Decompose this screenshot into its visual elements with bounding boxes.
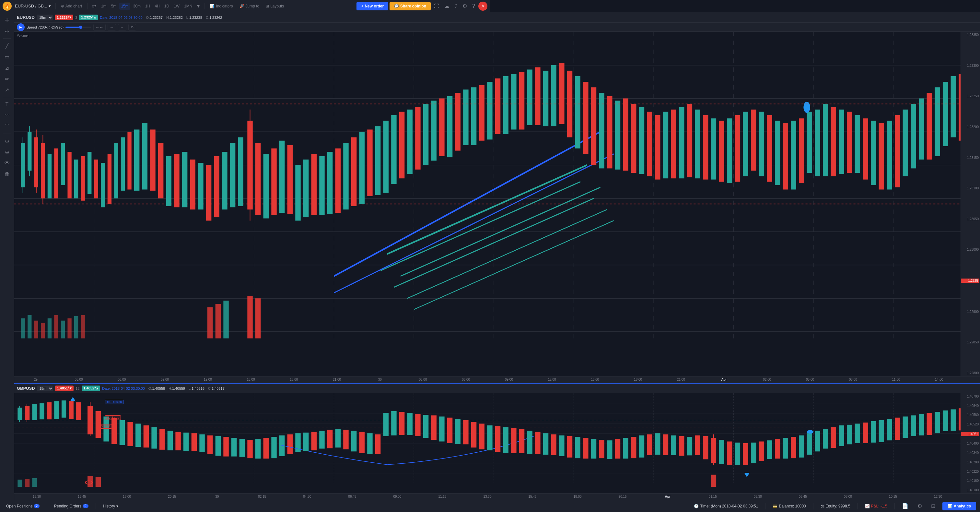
- svg-rect-41: [74, 160, 78, 198]
- svg-rect-44: [94, 160, 98, 198]
- speed-label: Speed 7200x (~2h/sec): [27, 25, 64, 29]
- new-order-button[interactable]: + New order: [356, 2, 388, 10]
- help-button[interactable]: ?: [470, 2, 477, 10]
- svg-rect-88: [431, 100, 436, 161]
- svg-rect-91: [455, 93, 460, 150]
- svg-rect-89: [439, 99, 444, 156]
- nav-back[interactable]: ←: [108, 24, 116, 30]
- svg-rect-42: [81, 156, 85, 201]
- line-tool[interactable]: ╱: [2, 40, 12, 51]
- svg-rect-66: [255, 143, 261, 215]
- separator-1: [56, 3, 56, 10]
- svg-rect-58: [198, 163, 203, 209]
- tf-5m[interactable]: 5m: [110, 3, 118, 10]
- eurusd-chart-container: EURUSD 15m 1.2326² ▾ 3 1.2325⁵ ▴ Date: 2…: [14, 12, 490, 256]
- speed-slider[interactable]: [65, 27, 91, 28]
- logo-button[interactable]: 🔥: [3, 2, 12, 11]
- left-toolbar: ✛ ⊹ ╱ ▭ ⊿ ✏ ↗ T 〰 ⌒ ⊙ ⊕ 👁 🗑: [0, 12, 14, 256]
- tf-1mn[interactable]: 1MN: [183, 3, 194, 10]
- tf-30m[interactable]: 30m: [132, 3, 142, 10]
- indicators-icon: 📊: [210, 4, 215, 8]
- svg-rect-51: [142, 123, 148, 190]
- add-chart-button[interactable]: ⊕ Add chart: [58, 3, 84, 10]
- svg-rect-90: [447, 96, 452, 157]
- eurusd-canvas[interactable]: Volumen: [14, 32, 490, 256]
- trash-tool[interactable]: 🗑: [2, 169, 12, 179]
- cursor-tool[interactable]: ✛: [2, 15, 12, 25]
- crosshair-tool[interactable]: ⊹: [2, 26, 12, 36]
- tool-separator-3: [3, 134, 11, 134]
- jump-to-button[interactable]: 🚀 Jump to: [237, 3, 262, 10]
- replay-controls: ▶ Speed 7200x (~2h/sec) ←← ← → ↺: [14, 23, 490, 32]
- tf-1d[interactable]: 1D: [163, 3, 171, 10]
- nav-back-far[interactable]: ←←: [93, 24, 106, 30]
- svg-rect-77: [343, 143, 348, 210]
- svg-rect-81: [375, 126, 380, 195]
- symbol-selector[interactable]: EUR-USD / GB... ▾: [13, 2, 53, 10]
- share-button[interactable]: ⤴: [453, 2, 459, 10]
- svg-line-23: [394, 198, 490, 256]
- tf-15m[interactable]: 15m: [119, 3, 130, 10]
- compare-button[interactable]: ⇄: [90, 2, 98, 10]
- svg-rect-80: [367, 129, 372, 196]
- svg-line-24: [407, 209, 490, 256]
- arrow-tool[interactable]: ↗: [2, 85, 12, 95]
- share-opinion-button[interactable]: 💬 Share opinion: [390, 2, 431, 10]
- pencil-tool[interactable]: ✏: [2, 73, 12, 84]
- brush-tool[interactable]: 〰: [2, 110, 12, 121]
- nav-forward[interactable]: →: [118, 24, 126, 30]
- rect-tool[interactable]: ▭: [2, 51, 12, 62]
- svg-rect-94: [479, 85, 485, 140]
- svg-rect-84: [399, 112, 404, 179]
- settings-button[interactable]: ⚙: [460, 2, 469, 10]
- svg-rect-85: [407, 110, 412, 174]
- svg-rect-48: [121, 137, 125, 190]
- svg-rect-50: [134, 129, 139, 190]
- eurusd-timeframe-select[interactable]: 15m: [37, 14, 53, 21]
- svg-rect-78: [351, 137, 356, 206]
- indicators-button[interactable]: 📊 Indicators: [207, 3, 235, 10]
- tf-1h[interactable]: 1H: [143, 3, 152, 10]
- svg-rect-73: [312, 154, 317, 215]
- text-tool[interactable]: T: [2, 99, 12, 110]
- tf-4h[interactable]: 4H: [153, 3, 161, 10]
- svg-rect-68: [271, 148, 277, 215]
- cloud-button[interactable]: ☁: [442, 2, 452, 10]
- share-opinion-icon: 💬: [394, 4, 399, 8]
- svg-rect-56: [182, 152, 187, 207]
- svg-rect-37: [48, 154, 51, 198]
- layouts-button[interactable]: ⊞ Layouts: [263, 3, 286, 10]
- magnet-tool[interactable]: ⊕: [2, 147, 12, 157]
- top-toolbar: 🔥 EUR-USD / GB... ▾ ⊕ Add chart ⇄ 1m 5m …: [0, 0, 490, 12]
- svg-rect-59: [206, 165, 211, 220]
- eurusd-ohlc: Date: 2018-04-02 03:30:00 O:1.23267 H:1.…: [100, 16, 225, 19]
- eurusd-chart-body[interactable]: Volumen: [14, 32, 490, 256]
- svg-rect-93: [471, 87, 476, 145]
- play-button[interactable]: ▶: [17, 23, 25, 31]
- tf-1w[interactable]: 1W: [172, 3, 181, 10]
- tf-more-icon[interactable]: ▾: [195, 2, 202, 10]
- fullscreen-button[interactable]: ⛶: [432, 2, 441, 10]
- symbol-dropdown-icon: ▾: [49, 3, 51, 8]
- tf-1m[interactable]: 1m: [100, 3, 108, 10]
- svg-rect-69: [279, 141, 285, 213]
- main-content: EURUSD 15m 1.2326² ▾ 3 1.2325⁵ ▴ Date: 2…: [14, 12, 490, 256]
- svg-rect-92: [463, 89, 468, 145]
- svg-rect-54: [166, 156, 172, 206]
- svg-rect-82: [383, 121, 388, 193]
- path-tool[interactable]: ⌒: [2, 121, 12, 132]
- eurusd-count: 3: [75, 16, 77, 19]
- user-avatar[interactable]: A: [478, 2, 487, 11]
- zoom-tool[interactable]: ⊙: [2, 136, 12, 146]
- measure-tool[interactable]: ⊿: [2, 62, 12, 73]
- svg-rect-47: [114, 143, 118, 198]
- svg-rect-72: [303, 160, 309, 217]
- svg-rect-55: [174, 154, 179, 207]
- eye-tool[interactable]: 👁: [2, 158, 12, 168]
- svg-rect-46: [108, 154, 111, 204]
- layouts-icon: ⊞: [266, 4, 269, 8]
- symbol-label: EUR-USD / GB...: [15, 3, 47, 8]
- new-order-icon: +: [361, 4, 363, 8]
- nav-replay[interactable]: ↺: [128, 24, 136, 30]
- volume-label: Volumen: [17, 34, 30, 37]
